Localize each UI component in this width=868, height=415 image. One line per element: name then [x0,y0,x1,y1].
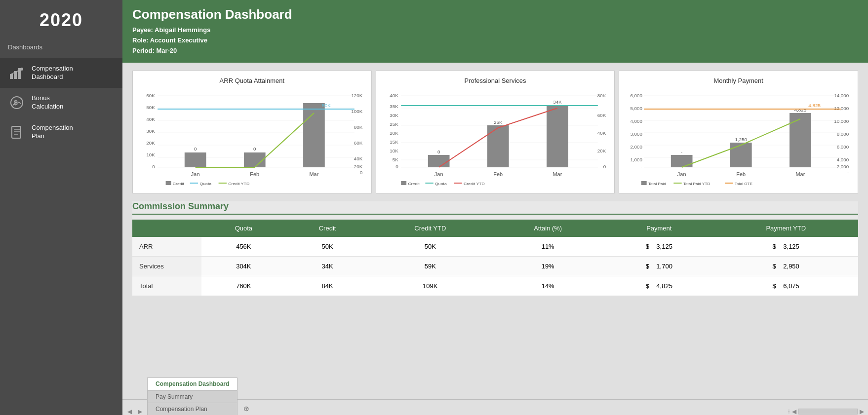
sidebar-section-label: Dashboards [0,39,122,54]
svg-text:10K: 10K [390,149,398,154]
row-attain: 11% [491,237,604,257]
col-header-credit: Credit [286,220,369,237]
svg-text:50K: 50K [322,103,331,109]
svg-rect-70 [547,106,568,167]
svg-text:20K: 20K [390,131,398,136]
bottom-tabs: ◀ ▶ Compensation DashboardPay SummaryCom… [122,399,868,415]
sidebar-item-compensation-plan[interactable]: CompensationPlan [0,117,122,147]
svg-text:20K: 20K [597,149,606,154]
table-row: ARR 456K 50K 50K 11% $ 3,125 $ 3,125 [132,237,858,257]
svg-text:-: - [847,170,849,176]
svg-rect-108 [789,113,811,167]
svg-text:0: 0 [395,164,398,170]
svg-text:Feb: Feb [493,172,503,178]
tab-nav-next[interactable]: ▶ [137,408,143,415]
arr-chart-title: ARR Quota Attainment [139,77,365,84]
scroll-right[interactable]: ▶ [860,408,864,415]
svg-text:0: 0 [152,164,155,170]
row-attain: 19% [491,257,604,276]
tab-compensation-plan[interactable]: Compensation Plan [147,403,237,415]
svg-text:0: 0 [437,150,440,155]
svg-text:2,000: 2,000 [631,145,643,150]
tab-scroll-area: ⁝ ◀ ▶ [788,408,864,415]
svg-text:10K: 10K [146,152,155,158]
svg-text:1,250: 1,250 [735,137,748,143]
svg-rect-78 [401,181,406,185]
svg-text:Feb: Feb [737,172,746,178]
row-payment: $ 1,700 [604,257,713,276]
col-header-quota: Quota [201,220,286,237]
svg-text:2,000: 2,000 [837,164,849,170]
tab-nav-prev[interactable]: ◀ [126,408,133,415]
svg-rect-107 [730,143,752,167]
svg-text:30K: 30K [146,129,155,134]
col-header-attain: Attain (%) [491,220,604,237]
svg-rect-0 [10,74,13,79]
tab-scroll-bar[interactable] [798,409,858,415]
svg-text:40K: 40K [390,93,398,99]
row-attain: 14% [491,276,604,296]
table-row: Total 760K 84K 109K 14% $ 4,825 $ 6,075 [132,276,858,296]
svg-text:120K: 120K [351,93,363,99]
svg-text:4,000: 4,000 [837,157,849,163]
svg-text:4,825: 4,825 [809,103,821,109]
row-quota: 760K [201,276,286,296]
svg-rect-7 [12,126,21,138]
charts-row: ARR Quota Attainment 60K 50K 40K 30K 20K… [132,71,858,193]
sidebar-item-bonus-calculation[interactable]: $ BonusCalculation [0,88,122,117]
svg-text:30K: 30K [390,113,398,118]
monthly-chart-card: Monthly Payment 6,000 5,000 4,000 3,000 … [619,71,858,193]
tab-pay-summary[interactable]: Pay Summary [147,390,237,403]
table-row: Services 304K 34K 59K 19% $ 1,700 $ 2,95… [132,257,858,276]
svg-text:3,000: 3,000 [631,132,643,137]
header-period: Period: Mar-20 [132,46,858,56]
commission-table: Quota Credit Credit YTD Attain (%) Payme… [132,220,858,296]
svg-text:0: 0 [603,164,605,170]
svg-text:60K: 60K [354,141,363,146]
row-payment: $ 4,825 [604,276,713,296]
svg-text:80K: 80K [354,125,363,130]
sidebar-divider [0,56,122,56]
sidebar-item-compensation-plan-label: CompensationPlan [32,124,73,141]
col-header-label [132,220,201,237]
col-header-credit-ytd: Credit YTD [369,220,491,237]
services-chart-card: Professional Services 40K 35K 30K 25K 20… [376,71,615,193]
monthly-chart-title: Monthly Payment [625,77,852,84]
svg-text:Total Paid: Total Paid [648,182,666,187]
book-icon [8,123,26,141]
row-credit: 50K [286,237,369,257]
services-chart-title: Professional Services [382,77,609,84]
svg-text:14,000: 14,000 [834,93,849,99]
tab-add-button[interactable]: ⊕ [238,402,254,415]
svg-text:Credit: Credit [408,182,420,187]
row-credit-ytd: 59K [369,257,491,276]
svg-text:20K: 20K [354,164,363,170]
svg-text:80K: 80K [597,93,606,99]
row-payment: $ 3,125 [604,237,713,257]
svg-text:35K: 35K [390,104,398,110]
main-content: Compensation Dashboard Payee: Abigail He… [122,0,868,415]
svg-text:Jan: Jan [677,172,686,178]
svg-text:60K: 60K [597,113,606,118]
sidebar-item-bonus-calculation-label: BonusCalculation [32,94,63,111]
row-payment-ytd: $ 2,950 [713,257,858,276]
money-icon: $ [8,94,26,112]
svg-rect-32 [185,152,206,167]
sidebar-item-compensation-dashboard[interactable]: CompensationDashboard [0,58,122,88]
row-credit: 34K [286,257,369,276]
svg-text:15K: 15K [390,140,398,145]
scroll-left[interactable]: ◀ [792,408,796,415]
header-role: Role: Account Executive [132,36,858,46]
svg-text:Feb: Feb [250,172,259,178]
svg-text:20K: 20K [146,141,155,146]
tab-compensation-dashboard[interactable]: Compensation Dashboard [147,377,237,390]
svg-rect-117 [641,181,647,185]
svg-text:12,000: 12,000 [834,106,849,112]
sidebar-year: 2020 [0,0,122,39]
row-payment-ytd: $ 6,075 [713,276,858,296]
svg-text:Total OTE: Total OTE [735,182,752,187]
row-credit: 84K [286,276,369,296]
row-quota: 456K [201,237,286,257]
arr-chart: 60K 50K 40K 30K 20K 10K 0 120K 100K 80K … [139,88,365,187]
row-quota: 304K [201,257,286,276]
